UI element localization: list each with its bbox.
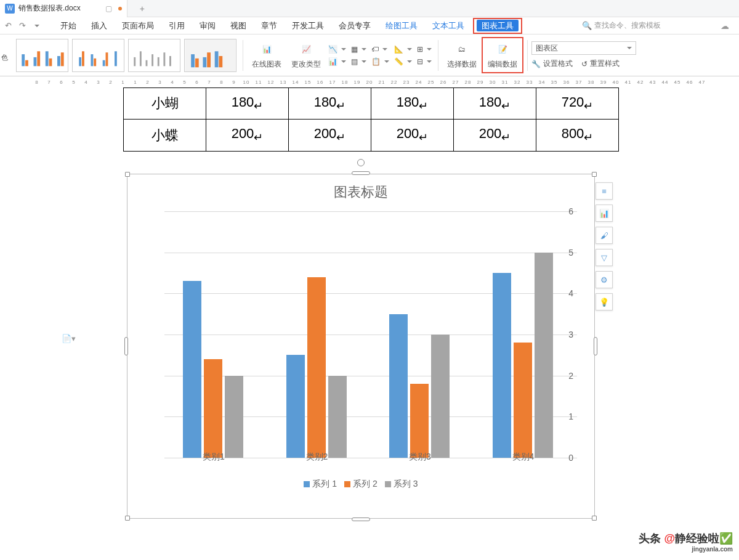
document-tab[interactable]: W 销售数据报表.docx ▢ bbox=[0, 0, 127, 17]
legend-item[interactable]: 系列 3 bbox=[385, 479, 418, 490]
style-thumb-4[interactable] bbox=[184, 39, 236, 72]
redo-icon[interactable]: ↷ bbox=[19, 21, 26, 30]
table-cell[interactable]: 180↵ bbox=[289, 88, 371, 120]
online-chart-button[interactable]: 📊 在线图表 bbox=[247, 38, 286, 72]
chart-object[interactable]: 图表标题 0123456 类别1类别2类别3类别4 系列 1系列 2系列 3 bbox=[127, 174, 595, 519]
tab-layout[interactable]: 页面布局 bbox=[116, 18, 160, 34]
resize-handle-bottom[interactable] bbox=[352, 517, 370, 521]
resize-handle-tr[interactable] bbox=[592, 172, 597, 177]
chart-style-button[interactable]: 🖌 bbox=[596, 227, 613, 244]
resize-handle-left[interactable] bbox=[124, 337, 128, 355]
search-box[interactable]: 🔍 查找命令、搜索模板 bbox=[582, 20, 661, 31]
bar-类别2-系列 1[interactable] bbox=[286, 355, 305, 458]
label-btn-1[interactable]: 🏷 bbox=[371, 45, 389, 54]
table-cell[interactable]: 180↵ bbox=[454, 88, 536, 120]
select-data-button[interactable]: 🗂 选择数据 bbox=[442, 38, 482, 72]
tab-references[interactable]: 引用 bbox=[163, 18, 191, 34]
chart-legend[interactable]: 系列 1系列 2系列 3 bbox=[127, 479, 594, 490]
table-cell[interactable]: 720↵ bbox=[536, 88, 619, 120]
chart-plot-area[interactable]: 0123456 bbox=[146, 211, 577, 458]
bar-类别4-系列 3[interactable] bbox=[535, 253, 553, 458]
svg-rect-17 bbox=[146, 60, 148, 66]
grid-btn-1[interactable]: ▦ bbox=[351, 45, 366, 54]
error-btn-2[interactable]: ⊟ bbox=[417, 57, 432, 66]
tab-chart-tools[interactable]: 图表工具 bbox=[477, 20, 519, 31]
chart-settings-button[interactable]: ⚙ bbox=[596, 271, 613, 288]
style-thumb-1[interactable] bbox=[16, 39, 68, 72]
bar-类别3-系列 2[interactable] bbox=[410, 384, 429, 458]
style-thumb-3[interactable] bbox=[128, 39, 180, 72]
set-format-button[interactable]: 🔧设置格式 bbox=[531, 59, 573, 69]
chart-area-select[interactable]: 图表区 bbox=[531, 41, 636, 55]
edit-data-button[interactable]: 📝 编辑数据 bbox=[482, 37, 523, 73]
window-icon[interactable]: ▢ bbox=[105, 4, 112, 13]
label-btn-2[interactable]: 📋 bbox=[371, 57, 389, 66]
trend-btn-1[interactable]: 📐 bbox=[394, 45, 412, 54]
tab-drawing-tools[interactable]: 绘图工具 bbox=[379, 18, 424, 34]
chart-elements-button[interactable]: 📊 bbox=[596, 205, 613, 222]
tab-review[interactable]: 审阅 bbox=[193, 18, 222, 34]
bar-类别4-系列 1[interactable] bbox=[493, 273, 511, 458]
resize-handle-right[interactable] bbox=[594, 337, 597, 355]
bar-类别2-系列 2[interactable] bbox=[307, 277, 326, 458]
axis-btn-1[interactable]: 📉 bbox=[328, 45, 346, 54]
chart-toolbar: 色 📊 在线图表 📈 更改类型 📉 📊 ▦ ▤ 🏷 📋 📐 📏 ⊞ ⊟ 🗂 选择… bbox=[0, 34, 739, 76]
svg-rect-21 bbox=[169, 55, 171, 65]
table-cell[interactable]: 200↵ bbox=[206, 120, 289, 151]
tab-devtools[interactable]: 开发工具 bbox=[286, 18, 330, 34]
new-tab-button[interactable]: + bbox=[135, 4, 150, 14]
legend-item[interactable]: 系列 1 bbox=[304, 479, 337, 490]
table-cell[interactable]: 800↵ bbox=[536, 120, 619, 151]
change-type-button[interactable]: 📈 更改类型 bbox=[286, 38, 326, 72]
qat-dropdown-icon[interactable] bbox=[33, 21, 39, 30]
bar-类别1-系列 2[interactable] bbox=[204, 359, 222, 458]
tab-vip[interactable]: 会员专享 bbox=[333, 18, 377, 34]
svg-rect-18 bbox=[151, 54, 153, 66]
svg-rect-28 bbox=[219, 55, 222, 67]
table-cell[interactable]: 180↵ bbox=[371, 88, 454, 120]
legend-item[interactable]: 系列 2 bbox=[344, 479, 378, 490]
bar-类别3-系列 3[interactable] bbox=[431, 335, 450, 458]
bar-类别1-系列 3[interactable] bbox=[225, 376, 243, 458]
online-chart-label: 在线图表 bbox=[252, 59, 281, 70]
table-cell[interactable]: 小蝶 bbox=[124, 120, 206, 151]
table-cell[interactable]: 小蝴 bbox=[124, 88, 206, 120]
cloud-icon[interactable]: ☁ bbox=[721, 21, 729, 31]
rotate-handle[interactable] bbox=[357, 159, 365, 166]
svg-rect-9 bbox=[91, 54, 93, 66]
tab-home[interactable]: 开始 bbox=[54, 18, 83, 34]
grid-btn-2[interactable]: ▤ bbox=[351, 57, 366, 66]
chart-filter-button[interactable]: ▽ bbox=[596, 249, 613, 266]
bar-类别3-系列 1[interactable] bbox=[389, 314, 408, 458]
trend-btn-2[interactable]: 📏 bbox=[394, 57, 412, 66]
table-cell[interactable]: 180↵ bbox=[206, 88, 289, 120]
chart-tips-button[interactable]: 💡 bbox=[596, 293, 613, 310]
tab-chapter[interactable]: 章节 bbox=[255, 18, 283, 34]
table-cell[interactable]: 200↵ bbox=[289, 120, 371, 151]
table-cell[interactable]: 200↵ bbox=[371, 120, 454, 151]
resize-handle-br[interactable] bbox=[592, 516, 597, 521]
reset-style-button[interactable]: ↺重置样式 bbox=[581, 59, 620, 69]
error-btn-1[interactable]: ⊞ bbox=[417, 45, 432, 54]
tab-text-tools[interactable]: 文本工具 bbox=[426, 18, 470, 34]
edit-data-label: 编辑数据 bbox=[488, 59, 517, 70]
title-bar: W 销售数据报表.docx ▢ + bbox=[0, 0, 739, 17]
bar-类别4-系列 2[interactable] bbox=[514, 343, 532, 458]
tab-view[interactable]: 视图 bbox=[224, 18, 252, 34]
left-cut-label: 色 bbox=[1, 53, 8, 62]
table-cell[interactable]: 200↵ bbox=[454, 120, 536, 151]
resize-handle-top[interactable] bbox=[352, 171, 370, 175]
svg-rect-25 bbox=[215, 51, 219, 67]
axis-btn-2[interactable]: 📊 bbox=[328, 57, 346, 66]
table-row: 小蝴 180↵ 180↵ 180↵ 180↵ 720↵ bbox=[124, 88, 619, 120]
undo-icon[interactable]: ↶ bbox=[5, 21, 12, 30]
bar-类别1-系列 1[interactable] bbox=[183, 281, 201, 458]
resize-handle-bl[interactable] bbox=[125, 516, 130, 521]
layout-options-button[interactable]: ≡ bbox=[596, 182, 613, 200]
bar-类别2-系列 3[interactable] bbox=[328, 376, 347, 458]
left-gutter-icon[interactable]: 📄▾ bbox=[62, 334, 76, 343]
style-thumb-2[interactable] bbox=[72, 39, 124, 72]
resize-handle-tl[interactable] bbox=[125, 172, 130, 177]
tab-insert[interactable]: 插入 bbox=[85, 18, 113, 34]
chart-title[interactable]: 图表标题 bbox=[127, 183, 594, 201]
